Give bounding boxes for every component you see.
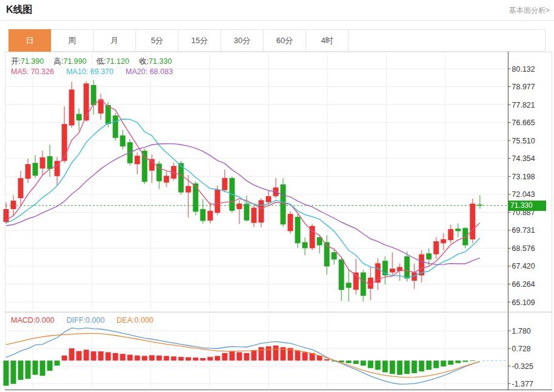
candle-body bbox=[193, 184, 199, 212]
close-label: 收: bbox=[139, 57, 149, 66]
macd-value-label: MACD:0.000 bbox=[11, 316, 55, 325]
candle-body bbox=[470, 204, 476, 239]
price-axis-label: 67.420 bbox=[512, 262, 535, 270]
macd-bar bbox=[98, 351, 104, 360]
candle-body bbox=[200, 209, 206, 221]
macd-bar bbox=[361, 360, 366, 365]
macd-bar bbox=[135, 356, 140, 360]
macd-bar bbox=[186, 357, 191, 361]
candle-body bbox=[266, 196, 272, 202]
macd-bar bbox=[113, 353, 118, 360]
macd-bar bbox=[324, 359, 330, 360]
candle-body bbox=[11, 201, 16, 209]
candle-body bbox=[215, 190, 221, 213]
macd-bar bbox=[62, 356, 67, 360]
macd-bar bbox=[456, 360, 461, 363]
macd-bar bbox=[390, 360, 395, 374]
macd-bar bbox=[40, 360, 46, 376]
price-axis-label: 68.576 bbox=[512, 244, 535, 253]
candle-body bbox=[237, 204, 242, 209]
macd-bar bbox=[354, 360, 359, 364]
macd-legend: MACD:0.000DIFF:0.000DEA:0.000 bbox=[11, 316, 154, 325]
price-axis-label: 75.510 bbox=[512, 137, 535, 145]
macd-bar bbox=[441, 360, 446, 366]
macd-bar bbox=[346, 360, 352, 363]
price-axis-label: 66.264 bbox=[512, 280, 535, 289]
price-axis-label: 72.043 bbox=[512, 190, 535, 199]
close-value: 71.330 bbox=[149, 57, 172, 66]
macd-bar bbox=[84, 349, 89, 360]
candle-body bbox=[120, 136, 126, 146]
candle-body bbox=[441, 239, 446, 244]
candle-body bbox=[477, 205, 483, 206]
macd-bar bbox=[295, 351, 301, 361]
macd-bar bbox=[164, 356, 169, 361]
macd-axis-label: -0.325 bbox=[512, 362, 533, 371]
candle-body bbox=[222, 178, 228, 190]
macd-bar bbox=[375, 360, 381, 370]
candle-body bbox=[259, 200, 264, 222]
ohlc-legend: 开:71.390高:71.990低:71.120收:71.330 bbox=[11, 57, 182, 67]
price-axis-label: 76.665 bbox=[512, 119, 535, 127]
price-axis-label: 69.731 bbox=[512, 226, 535, 235]
ma10-legend: MA10: 69.370 bbox=[66, 67, 114, 76]
macd-bar bbox=[128, 355, 133, 361]
macd-axis-label: 1.780 bbox=[512, 327, 531, 335]
candle-body bbox=[244, 204, 250, 220]
macd-bar bbox=[208, 357, 213, 360]
price-axis-label: 78.977 bbox=[512, 83, 535, 91]
kline-widget: K线图 基本面分析> 日 周 月 5分 15分 30分 60分 4时 80.13… bbox=[0, 0, 554, 392]
candle-body bbox=[47, 156, 53, 169]
macd-bar bbox=[69, 348, 75, 360]
candle-body bbox=[69, 89, 75, 125]
candle-body bbox=[4, 209, 9, 222]
macd-bar bbox=[412, 360, 417, 373]
candle-body bbox=[40, 157, 46, 168]
candle-body bbox=[303, 242, 308, 248]
macd-bar bbox=[222, 353, 228, 360]
candle-body bbox=[346, 283, 352, 287]
candle-body bbox=[251, 208, 257, 223]
candle-body bbox=[113, 115, 118, 138]
macd-bar bbox=[11, 360, 16, 383]
candle-body bbox=[426, 253, 432, 260]
candle-body bbox=[295, 217, 301, 243]
macd-bar bbox=[171, 356, 177, 360]
candle-body bbox=[33, 163, 38, 176]
ma20-line bbox=[6, 144, 480, 265]
macd-bar bbox=[368, 360, 374, 368]
candle-body bbox=[332, 252, 337, 260]
macd-bar bbox=[18, 360, 24, 380]
candle-body bbox=[26, 164, 31, 179]
macd-bar bbox=[426, 360, 432, 370]
candle-body bbox=[405, 256, 410, 279]
macd-bar bbox=[266, 346, 272, 360]
macd-bar bbox=[244, 353, 250, 360]
dea-value-label: DEA:0.000 bbox=[117, 316, 153, 325]
open-label: 开: bbox=[11, 57, 21, 66]
macd-bar bbox=[33, 360, 38, 374]
macd-axis-label: 0.728 bbox=[512, 345, 531, 353]
candle-body bbox=[281, 184, 286, 224]
macd-bar bbox=[419, 360, 425, 371]
macd-bar bbox=[55, 360, 60, 365]
price-axis-label: 74.354 bbox=[512, 154, 535, 163]
macd-bar bbox=[179, 357, 184, 360]
ma20-legend: MA20: 68.083 bbox=[126, 67, 173, 76]
high-label: 高: bbox=[53, 57, 63, 66]
candle-body bbox=[18, 178, 24, 198]
macd-bar bbox=[397, 360, 403, 374]
macd-bar bbox=[142, 356, 148, 361]
price-axis-label: 73.198 bbox=[512, 173, 535, 181]
macd-bar bbox=[106, 352, 111, 361]
candle-body bbox=[434, 241, 439, 254]
candle-body bbox=[164, 176, 169, 182]
macd-bar bbox=[4, 360, 9, 385]
chart-border-bottom bbox=[5, 390, 552, 390]
price-axis-label: 77.821 bbox=[512, 101, 535, 109]
macd-bar bbox=[251, 350, 257, 360]
candle-body bbox=[390, 269, 395, 272]
candle-body bbox=[186, 186, 191, 192]
candle-body bbox=[62, 124, 67, 161]
macd-bar bbox=[273, 345, 279, 360]
